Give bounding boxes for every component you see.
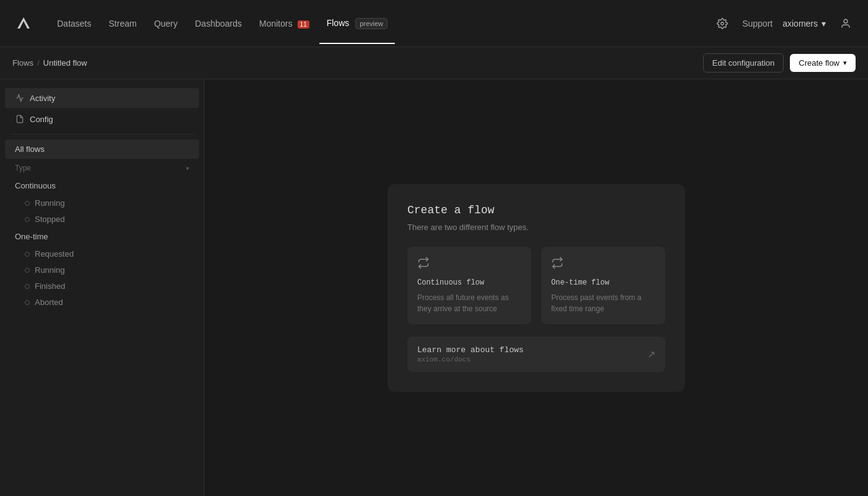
- nav-query[interactable]: Query: [146, 15, 185, 32]
- learn-more-link[interactable]: Learn more about flows axiom.co/docs ↗: [407, 337, 665, 372]
- content-area: Create a flow There are two different fl…: [205, 79, 868, 496]
- breadcrumb: Flows / Untitled flow: [12, 58, 87, 68]
- breadcrumb-flows-link[interactable]: Flows: [12, 58, 33, 68]
- breadcrumb-separator: /: [37, 58, 40, 68]
- svg-point-1: [844, 19, 848, 23]
- breadcrumb-actions: Edit configuration Create flow ▾: [703, 53, 856, 73]
- nav-items: Datasets Stream Query Dashboards Monitor…: [50, 14, 712, 33]
- config-icon: [15, 114, 25, 124]
- sidebar-item-onetime-running[interactable]: Running: [5, 262, 199, 278]
- type-chevron-icon: ▾: [186, 165, 189, 172]
- sidebar-item-continuous-stopped[interactable]: Stopped: [5, 211, 199, 227]
- sidebar-item-onetime-finished[interactable]: Finished: [5, 278, 199, 294]
- sidebar-divider: [10, 134, 194, 135]
- card-title: Create a flow: [407, 204, 665, 216]
- nav-stream[interactable]: Stream: [101, 15, 144, 32]
- sidebar-item-onetime-aborted[interactable]: Aborted: [5, 294, 199, 310]
- flows-preview-badge: preview: [355, 18, 388, 29]
- nav-datasets[interactable]: Datasets: [50, 15, 99, 32]
- card-subtitle: There are two different flow types.: [407, 223, 665, 232]
- nav-flows[interactable]: Flows preview: [319, 14, 395, 33]
- dot-icon: [25, 252, 30, 257]
- onetime-flow-icon: [551, 257, 655, 272]
- svg-point-0: [721, 22, 724, 25]
- continuous-flow-icon: [417, 257, 521, 272]
- onetime-flow-option[interactable]: One-time flow Process past events from a…: [541, 247, 665, 324]
- sidebar-category-continuous: Continuous: [5, 177, 199, 194]
- create-flow-chevron-icon: ▾: [843, 59, 847, 67]
- nav-dashboards[interactable]: Dashboards: [188, 15, 250, 32]
- dot-icon: [25, 300, 30, 305]
- sidebar-item-onetime-requested[interactable]: Requested: [5, 246, 199, 262]
- logo[interactable]: [12, 12, 35, 35]
- settings-icon[interactable]: [712, 14, 732, 33]
- onetime-flow-desc: Process past events from a fixed time ra…: [551, 292, 655, 314]
- main-layout: Activity Config All flows Type ▾ Continu…: [0, 79, 868, 496]
- sidebar-item-continuous-running[interactable]: Running: [5, 195, 199, 211]
- sidebar-all-flows[interactable]: All flows: [5, 140, 199, 159]
- dot-icon: [25, 217, 30, 222]
- create-flow-card: Create a flow There are two different fl…: [388, 184, 685, 392]
- breadcrumb-bar: Flows / Untitled flow Edit configuration…: [0, 47, 868, 79]
- continuous-flow-title: Continuous flow: [417, 278, 521, 287]
- support-link[interactable]: Support: [742, 19, 773, 29]
- sidebar: Activity Config All flows Type ▾ Continu…: [0, 79, 205, 496]
- sidebar-item-activity[interactable]: Activity: [5, 88, 199, 108]
- sidebar-item-config[interactable]: Config: [5, 109, 199, 129]
- navbar: Datasets Stream Query Dashboards Monitor…: [0, 0, 868, 47]
- flow-options: Continuous flow Process all future event…: [407, 247, 665, 324]
- breadcrumb-current: Untitled flow: [43, 58, 87, 68]
- dot-icon: [25, 201, 30, 206]
- dot-icon: [25, 284, 30, 289]
- continuous-flow-desc: Process all future events as they arrive…: [417, 292, 521, 314]
- nav-monitors[interactable]: Monitors 11: [252, 15, 317, 32]
- user-icon[interactable]: [836, 14, 856, 33]
- external-link-icon: ↗: [647, 348, 655, 360]
- sidebar-type-header[interactable]: Type ▾: [5, 160, 199, 176]
- chevron-down-icon: ▾: [822, 19, 826, 29]
- sidebar-category-onetime: One-time: [5, 228, 199, 245]
- edit-configuration-button[interactable]: Edit configuration: [703, 53, 784, 73]
- continuous-flow-option[interactable]: Continuous flow Process all future event…: [407, 247, 531, 324]
- learn-more-url: axiom.co/docs: [417, 356, 524, 363]
- learn-more-label: Learn more about flows: [417, 345, 524, 355]
- create-flow-button[interactable]: Create flow ▾: [790, 54, 856, 72]
- activity-icon: [15, 93, 25, 103]
- nav-right: Support axiomers ▾: [712, 14, 856, 33]
- user-menu[interactable]: axiomers ▾: [782, 19, 826, 29]
- monitors-badge: 11: [298, 20, 309, 29]
- dot-icon: [25, 268, 30, 273]
- onetime-flow-title: One-time flow: [551, 278, 655, 287]
